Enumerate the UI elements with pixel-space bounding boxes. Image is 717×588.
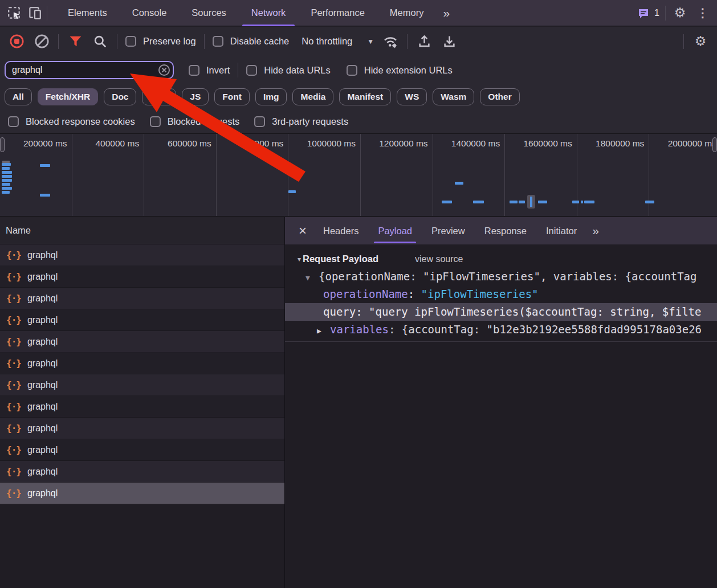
blocked-response-cookies-checkbox[interactable] <box>8 116 19 127</box>
timeline-activity-bar <box>645 201 654 203</box>
payload-tree: ▼{operationName: "ipFlowTimeseries", var… <box>285 268 717 342</box>
request-type-chip[interactable]: Other <box>480 88 519 105</box>
divider <box>665 6 666 21</box>
import-har-icon[interactable] <box>415 33 433 50</box>
devtools-tab[interactable]: Network <box>239 0 299 26</box>
timeline-activity-bar <box>510 201 518 203</box>
request-payload-section-header[interactable]: ▾ Request Payload view source <box>285 244 717 268</box>
blocked-requests-checkbox[interactable] <box>150 116 161 127</box>
chevron-down-icon: ▼ <box>367 38 374 46</box>
more-detail-tabs-icon[interactable]: » <box>586 224 605 238</box>
network-conditions-icon[interactable] <box>382 33 399 50</box>
timeline-activity-bar <box>40 194 50 197</box>
devtools-tab[interactable]: Memory <box>377 0 437 26</box>
request-row[interactable]: {·} graphql <box>0 461 284 483</box>
request-row[interactable]: {·} graphql <box>0 396 284 418</box>
preserve-log-checkbox[interactable] <box>125 36 136 47</box>
details-tab[interactable]: Initiator <box>536 217 586 244</box>
network-settings-gear-icon[interactable]: ⚙ <box>692 33 709 50</box>
filter-icon[interactable] <box>67 33 84 50</box>
third-party-requests-checkbox[interactable] <box>254 116 265 127</box>
devtools-tab[interactable]: Sources <box>179 0 239 26</box>
timeline-activity-bar <box>572 201 579 203</box>
name-column-header[interactable]: Name <box>0 217 284 244</box>
more-panels-icon[interactable]: » <box>439 6 453 20</box>
details-tab[interactable]: Headers <box>313 217 368 244</box>
hide-data-urls-checkbox[interactable] <box>246 65 257 76</box>
divider <box>117 34 117 49</box>
close-details-icon[interactable]: × <box>292 224 313 238</box>
request-type-chip[interactable]: All <box>5 88 32 105</box>
blocked-response-cookies-label: Blocked response cookies <box>26 116 135 127</box>
json-icon: {·} <box>6 444 21 455</box>
hide-extension-urls-checkbox[interactable] <box>347 65 357 76</box>
requests-pane: Name {·} graphql {·} graphql {·} graphql… <box>0 217 285 588</box>
request-type-chip[interactable]: CSS <box>142 88 176 105</box>
divider <box>204 34 205 49</box>
request-type-chip[interactable]: Fetch/XHR <box>38 88 98 105</box>
request-row[interactable]: {·} graphql <box>0 374 284 396</box>
request-type-chip[interactable]: JS <box>182 88 209 105</box>
invert-checkbox[interactable] <box>189 65 199 76</box>
payload-variables-line[interactable]: ▶variables: {accountTag: "b12e3b2192ee55… <box>285 321 717 338</box>
request-row[interactable]: {·} graphql <box>0 483 284 504</box>
export-har-icon[interactable] <box>441 33 458 50</box>
timeline-activity-bar <box>2 171 12 174</box>
timeline-activity-bar <box>473 201 484 203</box>
issues-button[interactable]: 1 <box>637 6 659 20</box>
search-icon[interactable] <box>92 33 109 50</box>
request-type-chip[interactable]: Doc <box>104 88 136 105</box>
divider <box>47 6 47 21</box>
request-row[interactable]: {·} graphql <box>0 353 284 374</box>
throttling-select[interactable]: No throttling ▼ <box>302 36 374 47</box>
payload-query-line[interactable]: query: "query ipFlowTimeseries($accountT… <box>285 303 717 321</box>
more-options-icon[interactable]: ⋮ <box>694 5 711 22</box>
timeline-activity-bar <box>455 182 463 185</box>
timeline-right-handle[interactable] <box>712 137 717 152</box>
request-row[interactable]: {·} graphql <box>0 309 284 331</box>
devtools-tab[interactable]: Console <box>120 0 180 26</box>
json-icon: {·} <box>6 293 21 304</box>
timeline-left-handle[interactable] <box>0 137 5 152</box>
request-row[interactable]: {·} graphql <box>0 418 284 439</box>
request-type-chip[interactable]: Img <box>255 88 287 105</box>
view-source-link[interactable]: view source <box>415 254 463 264</box>
name-column-label: Name <box>6 225 31 236</box>
details-tab[interactable]: Payload <box>368 217 422 244</box>
devtools-top-bar: ElementsConsoleSourcesNetworkPerformance… <box>0 0 717 26</box>
filter-input[interactable] <box>5 61 174 79</box>
clear-network-log-icon[interactable] <box>33 33 50 50</box>
device-toolbar-icon[interactable] <box>26 5 43 22</box>
settings-gear-icon[interactable]: ⚙ <box>671 5 689 22</box>
disable-cache-checkbox[interactable] <box>213 36 223 47</box>
request-row[interactable]: {·} graphql <box>0 331 284 353</box>
timeline-activity-bar <box>2 191 10 194</box>
request-type-chip[interactable]: Font <box>214 88 250 105</box>
request-type-chip[interactable]: Wasm <box>433 88 474 105</box>
details-tab[interactable]: Response <box>475 217 536 244</box>
details-tab-bar: × HeadersPayloadPreviewResponseInitiator… <box>285 217 717 244</box>
inspect-element-icon[interactable] <box>6 5 23 22</box>
request-row[interactable]: {·} graphql <box>0 266 284 288</box>
payload-query-text: query: "query ipFlowTimeseries($accountT… <box>323 305 701 318</box>
invert-label: Invert <box>206 65 230 76</box>
details-tab[interactable]: Preview <box>422 217 475 244</box>
network-filter-row: Invert Hide data URLs Hide extension URL… <box>0 56 717 84</box>
payload-operation-name-line[interactable]: operationName: "ipFlowTimeseries" <box>285 285 717 303</box>
request-type-chip[interactable]: WS <box>397 88 427 105</box>
network-overview-timeline[interactable]: 200000 ms400000 ms600000 ms800000 ms1000… <box>0 133 717 217</box>
devtools-tab[interactable]: Elements <box>55 0 120 26</box>
timeline-activity-bar <box>442 201 452 203</box>
timeline-activity-bar <box>288 190 296 193</box>
timeline-activity-bar <box>2 187 12 190</box>
request-type-chip[interactable]: Media <box>292 88 333 105</box>
clear-filter-icon[interactable] <box>158 64 170 76</box>
request-row[interactable]: {·} graphql <box>0 288 284 309</box>
payload-root-line[interactable]: ▼{operationName: "ipFlowTimeseries", var… <box>285 268 717 285</box>
record-network-log-icon[interactable] <box>8 33 25 50</box>
timeline-activity-bar <box>2 183 10 186</box>
devtools-tab[interactable]: Performance <box>298 0 377 26</box>
request-row[interactable]: {·} graphql <box>0 244 284 266</box>
request-row[interactable]: {·} graphql <box>0 439 284 461</box>
request-type-chip[interactable]: Manifest <box>339 88 391 105</box>
